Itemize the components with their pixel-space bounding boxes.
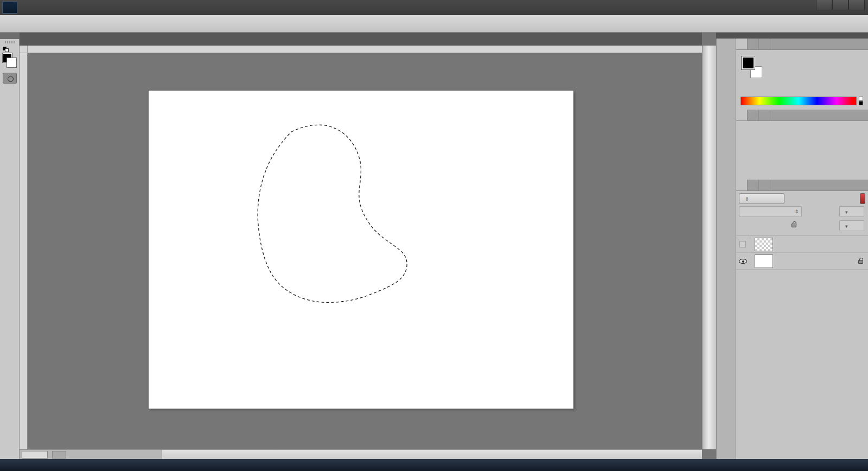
layers-panel-body: ⇕ ⇕ ▾ ▾ [736,191,868,471]
spectrum-white-swatch[interactable] [859,97,863,101]
color-swatches [2,53,17,69]
screen-mode-button[interactable] [3,87,17,98]
layer-row[interactable] [736,236,868,253]
layer-filter-select[interactable]: ⇕ [739,193,784,204]
lock-icon [858,260,863,264]
adjustments-panel-body [736,121,868,180]
ruler-corner[interactable] [20,46,28,53]
adjustments-panel-tabs [736,110,868,121]
fill-select[interactable]: ▾ [839,220,864,231]
options-bar: ⇕ ▾ ▾ ▾ ▾ ⇕ [0,15,868,33]
horizontal-ruler[interactable] [28,46,702,53]
color-spectrum-ramp[interactable] [741,97,857,105]
layers-filter-row: ⇕ [736,192,868,205]
status-bar [20,449,702,459]
menu-items [23,0,154,15]
tab-channels[interactable] [748,180,759,190]
lock-all-icon[interactable] [792,224,796,227]
document-tabbar [20,33,702,46]
dock-collapse-button[interactable] [736,33,868,39]
vertical-scrollbar[interactable] [702,46,716,449]
tab-color[interactable] [736,39,748,49]
document-canvas[interactable] [149,91,573,409]
blend-mode-select[interactable]: ⇕ [739,206,802,217]
menubar [0,0,868,15]
tab-history[interactable] [759,39,770,49]
tab-overflow-button[interactable] [687,33,702,46]
tab-styles[interactable] [748,110,759,120]
quick-mask-button[interactable] [3,73,17,84]
lock-row: ▾ [736,220,868,233]
background-color-swatch[interactable] [7,58,16,67]
tab-paths[interactable] [759,180,770,190]
toolbar-grip[interactable] [5,41,15,43]
color-panel-tabs [736,39,868,50]
panel-dock: ⇕ ⇕ ▾ ▾ [736,39,868,460]
photoshop-logo [2,2,17,14]
blend-mode-row: ⇕ ▾ [736,206,868,219]
layer-filter-toggle[interactable] [860,193,865,204]
pen-path-outline[interactable] [149,91,573,409]
foreground-color-swatch-panel[interactable] [742,56,755,69]
tab-info[interactable] [759,110,770,120]
opacity-select[interactable]: ▾ [839,206,864,217]
visibility-cell[interactable] [736,236,750,253]
layer-thumbnail[interactable] [755,238,773,251]
tab-swatches[interactable] [748,39,759,49]
visibility-off-icon[interactable] [739,241,746,247]
default-colors-bg-icon[interactable] [5,48,9,52]
window-controls [816,0,865,10]
tools-panel [0,33,20,459]
tab-adjustments[interactable] [736,110,748,120]
toolbar-collapse-button[interactable] [0,33,20,39]
minimize-button[interactable] [816,0,832,10]
maximize-button[interactable] [832,0,848,10]
layers-panel-tabs [736,180,868,191]
layer-thumbnail[interactable] [755,254,773,268]
close-button[interactable] [848,0,865,10]
visibility-cell[interactable] [736,253,750,270]
eye-icon[interactable] [739,259,747,264]
horizontal-scrollbar[interactable] [162,450,702,460]
layer-row[interactable] [736,253,868,270]
status-sync-icon[interactable] [52,451,66,459]
color-panel-body [736,50,868,110]
swatch-utility-row [2,44,17,52]
windows-taskbar [0,459,868,471]
vertical-ruler[interactable] [20,53,28,449]
panel-icon-strip [716,39,736,459]
spectrum-black-swatch[interactable] [859,101,863,105]
layers-list [736,236,868,270]
zoom-level-field[interactable] [22,451,48,459]
tab-layers[interactable] [736,180,748,190]
iconstrip-collapse-button[interactable] [716,33,736,39]
